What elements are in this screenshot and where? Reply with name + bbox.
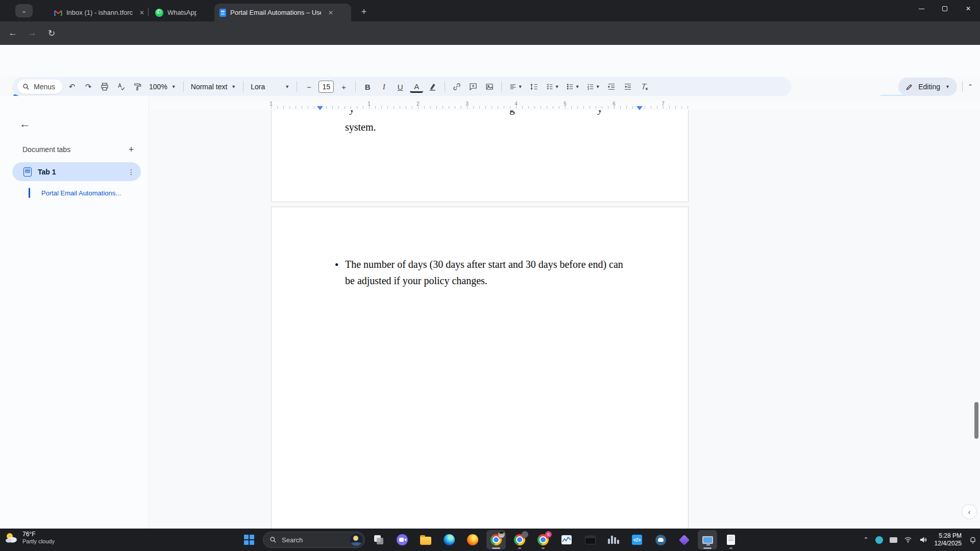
chrome-profile3-button[interactable]: S <box>533 530 553 549</box>
align-button[interactable]: ▼ <box>507 80 524 93</box>
taskbar-weather-widget[interactable]: 76°F Partly cloudy <box>4 531 55 545</box>
ruler-ticks <box>271 106 689 109</box>
zoom-select[interactable]: 100%▼ <box>147 83 178 91</box>
new-tab-button[interactable]: + <box>357 5 371 18</box>
tab-title: WhatsApp <box>167 9 197 16</box>
docs-header: Portal Email Automations – User Guide ☆ … <box>0 45 980 77</box>
underline-button[interactable]: U <box>394 80 407 93</box>
columns-app-button[interactable] <box>604 530 623 549</box>
checklist-button[interactable]: ▼ <box>544 80 561 93</box>
bold-button[interactable]: B <box>361 80 374 93</box>
menus-search-button[interactable]: Menus <box>17 80 62 94</box>
taskbar-center-icons: Search S <box>239 529 741 551</box>
scrollbar-thumb[interactable] <box>974 402 978 439</box>
tab-close-icon[interactable]: ✕ <box>138 8 146 17</box>
terminal-button[interactable] <box>580 530 600 549</box>
decrease-indent-button[interactable] <box>605 80 618 93</box>
print-button[interactable] <box>98 80 111 93</box>
document-page-2[interactable]: ● The number of days (30 days after star… <box>271 207 689 529</box>
purple-app-button[interactable] <box>674 530 694 549</box>
paint-format-button[interactable] <box>131 80 144 93</box>
close-panel-back-button[interactable]: ← <box>19 117 31 131</box>
wifi-icon[interactable] <box>904 536 913 544</box>
notifications-icon[interactable] <box>968 536 977 544</box>
volume-icon[interactable] <box>919 536 928 544</box>
tray-device-icon[interactable] <box>890 537 897 543</box>
ruler-number: 6 <box>612 101 616 107</box>
left-indent-marker[interactable] <box>317 106 323 110</box>
search-highlight-thumbnail <box>350 534 362 546</box>
bullet-list-item[interactable]: ● The number of days (30 days after star… <box>335 256 625 289</box>
search-placeholder: Search <box>282 536 345 544</box>
notes-app-button[interactable] <box>721 530 741 549</box>
notepad-icon <box>727 535 735 545</box>
postgres-icon <box>655 535 666 545</box>
increase-indent-button[interactable] <box>621 80 634 93</box>
task-view-button[interactable] <box>369 530 388 549</box>
collapse-side-panel-button[interactable]: ‹ <box>962 504 977 519</box>
undo-button[interactable]: ↶ <box>65 80 79 93</box>
task-manager-button[interactable] <box>557 530 576 549</box>
vertical-scrollbar[interactable] <box>974 96 979 529</box>
right-indent-marker[interactable] <box>636 106 643 110</box>
decrease-font-size-button[interactable]: − <box>302 80 315 93</box>
taskbar-search[interactable]: Search <box>263 532 365 548</box>
increase-font-size-button[interactable]: + <box>337 80 350 93</box>
display-app-button[interactable] <box>698 530 717 549</box>
bullet-text[interactable]: The number of days (30 days after start … <box>345 256 625 289</box>
tray-app-icon[interactable] <box>875 536 883 544</box>
add-tab-button[interactable]: + <box>125 143 138 156</box>
chat-app-button[interactable] <box>393 530 412 549</box>
pgadmin-button[interactable] <box>651 530 670 549</box>
tray-date: 12/4/2025 <box>935 540 962 547</box>
ruler-number: 3 <box>465 101 469 107</box>
docs-toolbar: Menus ↶ ↷ 100%▼ Normal text▼ Lora▼ − 15 … <box>12 77 791 96</box>
numbered-list-button[interactable]: ▼ <box>584 80 602 93</box>
spell-check-button[interactable] <box>114 80 128 93</box>
ruler[interactable]: 1 1 2 3 4 5 6 7 <box>150 101 980 110</box>
redo-button[interactable]: ↷ <box>82 80 95 93</box>
paragraph-style-select[interactable]: Normal text▼ <box>189 83 238 91</box>
windows-taskbar: 76°F Partly cloudy Search <box>0 529 980 551</box>
taskbar-clock[interactable]: 5:28 PM 12/4/2025 <box>935 532 962 547</box>
insert-image-button[interactable] <box>483 80 496 93</box>
document-page-1[interactable]: y g y system. <box>271 110 689 202</box>
edge-icon <box>444 534 455 545</box>
chrome-profile-badge <box>522 531 528 538</box>
font-size-input[interactable]: 15 <box>318 81 334 93</box>
insert-link-button[interactable] <box>450 80 463 93</box>
window-maximize-button[interactable] <box>933 0 957 17</box>
document-tab-1[interactable]: Tab 1 ⋮ <box>12 162 141 181</box>
edge-button[interactable] <box>439 530 459 549</box>
firefox-button[interactable] <box>463 530 482 549</box>
line-spacing-button[interactable] <box>527 80 541 93</box>
highlight-color-button[interactable] <box>426 80 439 93</box>
folder-icon <box>420 537 431 545</box>
outline-item[interactable]: Portal Email Automations... <box>29 188 121 198</box>
start-button[interactable] <box>239 530 259 549</box>
tab-options-icon[interactable]: ⋮ <box>128 168 135 176</box>
font-family-select[interactable]: Lora▼ <box>249 83 291 91</box>
hidden-icons-chevron[interactable]: ⌃ <box>864 536 869 543</box>
reload-button[interactable]: ↻ <box>44 26 59 41</box>
file-explorer-button[interactable] <box>416 530 435 549</box>
browser-tab-docs-active[interactable]: Portal Email Automations – Use ✕ <box>214 4 351 21</box>
chrome-active-button[interactable] <box>486 530 506 549</box>
add-comment-button[interactable] <box>467 80 480 93</box>
paragraph-text[interactable]: system. <box>345 121 376 133</box>
window-close-button[interactable]: ✕ <box>957 0 980 17</box>
forward-button[interactable]: → <box>24 26 40 41</box>
italic-button[interactable]: I <box>377 80 390 93</box>
text-color-button[interactable]: A <box>410 82 423 93</box>
clear-formatting-button[interactable] <box>638 80 651 93</box>
chrome-profile2-button[interactable] <box>510 530 529 549</box>
back-button[interactable]: ← <box>5 26 20 41</box>
editing-mode-select[interactable]: Editing ▼ <box>898 78 957 96</box>
tab-search-button[interactable]: ⌄ <box>15 4 33 17</box>
bulleted-list-button[interactable]: ▼ <box>564 80 581 93</box>
vscode-button[interactable]: </> <box>627 530 647 549</box>
tab-close-icon[interactable]: ✕ <box>326 8 335 17</box>
window-minimize-button[interactable] <box>910 0 933 17</box>
browser-tab-gmail[interactable]: Inbox (1) - ishann.tforce@gmai ✕ <box>49 4 151 21</box>
hide-menus-button[interactable]: ⌃ <box>968 83 973 90</box>
